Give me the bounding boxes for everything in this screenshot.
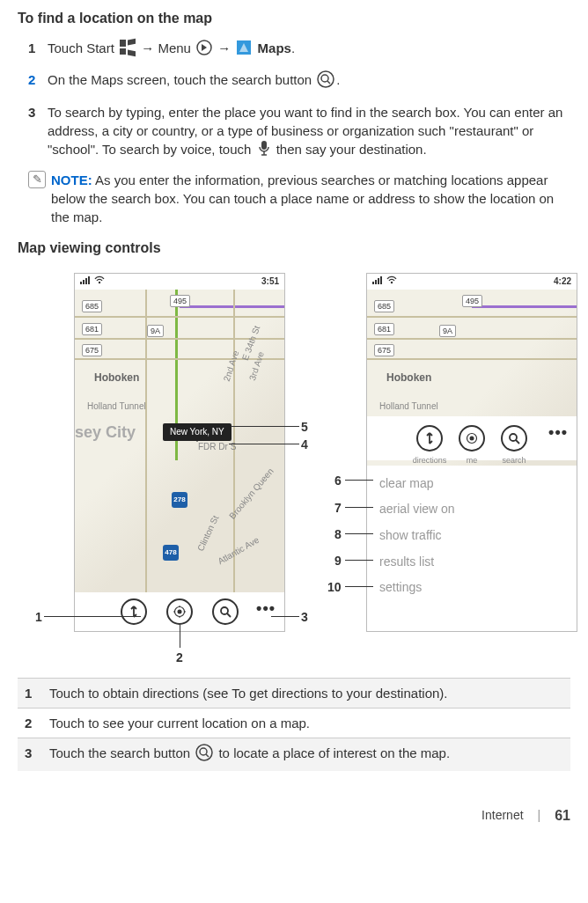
status-bar: 4:22 [367, 274, 577, 290]
signal-icon [372, 275, 383, 288]
callout-line [345, 507, 373, 508]
step-text: → Menu [141, 40, 195, 55]
callout-line [271, 616, 299, 617]
step-number: 1 [28, 39, 48, 57]
svg-point-24 [510, 434, 517, 441]
search-button[interactable] [212, 598, 239, 625]
page-number: 61 [555, 806, 570, 826]
separator: | [538, 807, 541, 825]
wifi-icon [386, 275, 397, 288]
screenshot-left: 3:51 685 681 675 495 9A 278 478 Hoboken … [74, 273, 285, 632]
step-2: 2 On the Maps screen, touch the search b… [28, 70, 570, 92]
map-canvas[interactable]: 685 681 675 495 9A 278 478 Hoboken sey C… [75, 290, 284, 631]
callout-9: 9 [334, 553, 342, 570]
search-icon [317, 70, 334, 92]
note-body: NOTE: As you enter the information, prev… [51, 171, 570, 226]
menu-show-traffic[interactable]: show traffic [379, 523, 564, 549]
svg-line-25 [516, 440, 519, 444]
svg-rect-2 [120, 48, 126, 55]
exit-badge: 675 [374, 344, 394, 357]
city-label: Hoboken [386, 371, 431, 385]
menu-aerial-view[interactable]: aerial view on [379, 496, 564, 523]
page-footer: Internet | 61 [18, 806, 570, 826]
figure-area: 3:51 685 681 675 495 9A 278 478 Hoboken … [18, 269, 570, 665]
callout-line [345, 533, 373, 534]
street-label: 2nd Ave [221, 349, 242, 384]
svg-rect-3 [128, 50, 136, 57]
app-menu-panel: clear map aerial view on show traffic re… [367, 466, 577, 631]
directions-button[interactable] [416, 425, 443, 452]
svg-line-8 [327, 81, 330, 84]
menu-clear-map[interactable]: clear map [379, 471, 564, 497]
button-label: directions [412, 455, 447, 466]
street-label: Clinton St [195, 513, 222, 553]
microphone-icon [257, 140, 271, 160]
callout-line [229, 444, 299, 444]
svg-point-22 [470, 436, 474, 440]
street-label: Atlantic Ave [216, 534, 261, 568]
exit-badge: 675 [82, 344, 102, 357]
legend-row-2: 2 Touch to see your current location on … [18, 708, 570, 738]
step-body: On the Maps screen, touch the search but… [48, 70, 570, 92]
screenshot-right: 4:22 685 681 675 495 9A Hoboken sey City… [366, 273, 577, 632]
app-bar-expanded: directions me search ••• [367, 416, 577, 460]
step-1: 1 Touch Start → Menu → Maps. [28, 39, 570, 60]
button-label: search [496, 455, 532, 466]
step-body: Touch Start → Menu → Maps. [48, 39, 570, 60]
callout-3: 3 [301, 609, 308, 627]
directions-button[interactable] [121, 598, 147, 625]
interstate-shield: 278 [172, 492, 187, 508]
step-text: . [336, 72, 340, 87]
svg-point-26 [196, 745, 212, 760]
svg-point-7 [321, 75, 328, 82]
button-label: me [454, 455, 489, 466]
clock: 4:22 [554, 275, 571, 288]
callout-line [345, 560, 373, 561]
maps-label: Maps [258, 40, 291, 55]
exit-badge: 685 [374, 300, 394, 313]
legend-num: 3 [18, 738, 42, 771]
signal-icon [80, 275, 91, 288]
svg-point-12 [99, 282, 100, 283]
legend-num: 2 [18, 708, 42, 738]
map-pin-label[interactable]: New York, NY [163, 423, 232, 441]
wifi-icon [94, 275, 105, 288]
legend-table: 1 Touch to obtain directions (see To get… [18, 678, 570, 771]
exit-badge: 681 [82, 323, 102, 336]
exit-badge: 9A [147, 325, 164, 338]
svg-point-21 [391, 282, 393, 283]
exit-badge: 495 [170, 295, 190, 308]
svg-line-20 [227, 613, 231, 617]
note-block: ✎ NOTE: As you enter the information, pr… [28, 171, 570, 226]
callout-line [345, 480, 373, 481]
legend-text: Touch to see your current location on a … [42, 708, 570, 738]
callout-line [345, 586, 373, 587]
step-3: 3 To search by typing, enter the place y… [28, 103, 570, 161]
menu-settings[interactable]: settings [379, 575, 564, 601]
heading-find-location: To find a location on the map [18, 9, 570, 28]
legend-num: 1 [18, 678, 42, 708]
step-text: → [217, 40, 231, 55]
city-label: Hoboken [94, 371, 139, 385]
exit-badge: 681 [374, 323, 394, 336]
menu-arrow-icon [196, 40, 212, 60]
callout-5: 5 [301, 419, 308, 437]
search-button[interactable] [501, 425, 527, 452]
exit-badge: 685 [82, 300, 102, 313]
callout-2: 2 [176, 650, 183, 667]
search-icon [195, 744, 213, 766]
callout-line [44, 616, 141, 617]
clock: 3:51 [261, 275, 279, 288]
me-location-button[interactable] [166, 598, 193, 625]
svg-point-27 [200, 748, 207, 755]
ellipsis-button[interactable]: ••• [548, 422, 568, 444]
step-number: 2 [28, 70, 48, 89]
exit-badge: 9A [439, 325, 456, 338]
heading-map-controls: Map viewing controls [18, 239, 570, 258]
legend-text: Touch to obtain directions (see To get d… [42, 678, 570, 708]
step-text: Touch Start [48, 40, 118, 55]
me-location-button[interactable] [459, 425, 485, 452]
callout-line [180, 625, 180, 648]
menu-results-list[interactable]: results list [379, 549, 564, 576]
note-text: As you enter the information, previous s… [51, 173, 554, 224]
